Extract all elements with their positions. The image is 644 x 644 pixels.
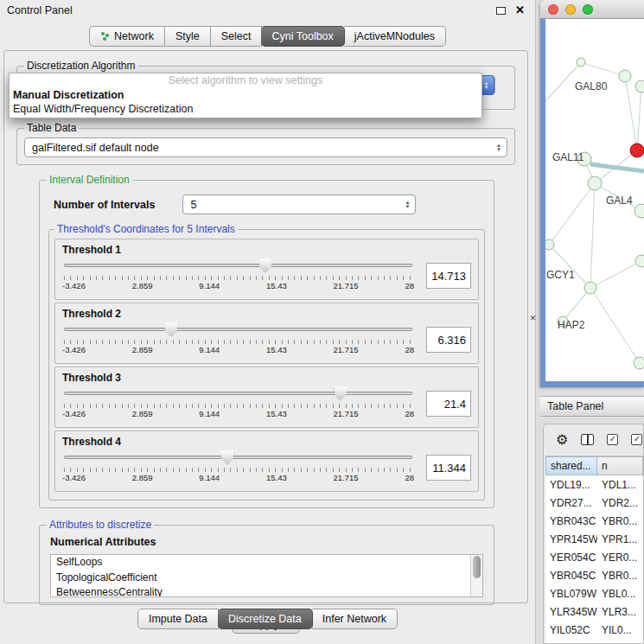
network-node[interactable] bbox=[635, 255, 644, 267]
attribute-list-item[interactable]: BetweennessCentrality bbox=[51, 585, 482, 597]
tab-select[interactable]: Select bbox=[211, 26, 263, 47]
close-icon[interactable]: ✕ bbox=[515, 5, 525, 16]
tab-impute-data[interactable]: Impute Data bbox=[137, 609, 219, 629]
table-row[interactable]: YDR27...YDR2... bbox=[545, 494, 643, 512]
combobox-stepper-icon[interactable]: ▲▼ bbox=[496, 138, 501, 156]
tab-jactivemnodules[interactable]: jActiveMNodules bbox=[344, 26, 446, 47]
network-graph[interactable]: GAL80GAL11GAL4GCY1HAP2 bbox=[545, 19, 644, 381]
scrollbar-thumb[interactable] bbox=[473, 556, 481, 578]
float-window-icon[interactable] bbox=[496, 7, 506, 15]
table-row[interactable]: YBR043CYBR0... bbox=[545, 512, 643, 530]
network-edge[interactable] bbox=[590, 261, 641, 288]
gear-icon[interactable]: ⚙ bbox=[556, 431, 568, 448]
table-panel-card: ⚙ ✓ ✓ shared...n YDL19...YDL1...YDR27...… bbox=[543, 424, 644, 644]
algorithm-option[interactable]: Equal Width/Frequency Discretization bbox=[10, 102, 481, 116]
slider-ticks bbox=[64, 468, 412, 472]
tab-cyni-toolbox[interactable]: Cyni Toolbox bbox=[261, 26, 344, 47]
network-edge[interactable] bbox=[637, 86, 641, 150]
thresholds-group: Threshold's Coordinates for 5 Intervals … bbox=[48, 223, 485, 501]
tab-discretize-data[interactable]: Discretize Data bbox=[218, 609, 313, 629]
scale-label: 28 bbox=[405, 409, 414, 418]
table-row[interactable]: YBL079WYBL0... bbox=[545, 584, 643, 603]
table-cell: YER0... bbox=[597, 548, 643, 566]
slider-thumb[interactable] bbox=[335, 386, 347, 401]
table-row[interactable]: YIL052CYIL0... bbox=[545, 621, 643, 639]
select-all-icon[interactable]: ✓ bbox=[607, 434, 618, 445]
scale-label: 28 bbox=[405, 281, 414, 290]
network-node[interactable] bbox=[584, 282, 596, 294]
threshold-slider[interactable]: -3.4262.8599.14415.4321.71528 bbox=[62, 450, 414, 486]
minimize-traffic-light-icon[interactable] bbox=[565, 4, 576, 15]
slider-thumb[interactable] bbox=[221, 450, 233, 465]
column-header[interactable]: n bbox=[597, 456, 643, 475]
threshold-slider[interactable]: -3.4262.8599.14415.4321.71528 bbox=[62, 258, 414, 294]
network-node-label: HAP2 bbox=[558, 319, 585, 331]
table-cell: YLR3... bbox=[597, 603, 643, 621]
splitter-grip[interactable]: ✕ bbox=[528, 313, 538, 323]
network-edge[interactable] bbox=[563, 288, 590, 322]
table-row[interactable]: YPR145WYPR1... bbox=[545, 530, 643, 548]
algorithm-option[interactable]: Manual Discretization bbox=[10, 88, 481, 102]
table-row[interactable]: YDL19...YDL1... bbox=[545, 475, 643, 494]
threshold-value-field[interactable]: 21.4 bbox=[426, 391, 471, 417]
network-node[interactable] bbox=[634, 204, 644, 218]
threshold-value-field[interactable]: 11.344 bbox=[426, 455, 471, 481]
zoom-traffic-light-icon[interactable] bbox=[583, 4, 593, 15]
tab-style[interactable]: Style bbox=[165, 26, 211, 47]
table-data-combobox[interactable]: galFiltered.sif default node ▲▼ bbox=[24, 137, 507, 157]
tab-label: Discretize Data bbox=[228, 613, 302, 625]
network-node[interactable] bbox=[630, 143, 644, 157]
network-edge[interactable] bbox=[590, 183, 595, 288]
table-row[interactable]: YER054CYER0... bbox=[545, 548, 643, 566]
threshold-value-field[interactable]: 14.713 bbox=[426, 263, 471, 289]
scale-label: 2.859 bbox=[132, 281, 153, 290]
threshold-panel: Threshold 2-3.4262.8599.14415.4321.71528… bbox=[54, 303, 479, 364]
network-canvas[interactable]: GAL80GAL11GAL4GCY1HAP2 bbox=[540, 19, 644, 387]
number-of-intervals-value: 5 bbox=[190, 199, 196, 211]
numerical-attributes-list[interactable]: SelfLoopsTopologicalCoefficientBetweenne… bbox=[50, 554, 483, 597]
network-node[interactable] bbox=[634, 357, 644, 369]
network-node[interactable] bbox=[545, 239, 554, 250]
scale-label: 9.144 bbox=[199, 473, 220, 482]
slider-scale: -3.4262.8599.14415.4321.71528 bbox=[62, 409, 414, 418]
table-panel-header[interactable]: Table Panel bbox=[540, 396, 644, 417]
dropdown-placeholder[interactable]: Select algorithm to view settings bbox=[10, 73, 481, 88]
column-header[interactable]: shared... bbox=[545, 456, 597, 475]
network-node[interactable] bbox=[588, 176, 602, 190]
group-title: Threshold's Coordinates for 5 Intervals bbox=[54, 223, 238, 235]
slider-thumb[interactable] bbox=[165, 322, 177, 337]
network-node[interactable] bbox=[577, 58, 585, 67]
network-edge[interactable] bbox=[590, 288, 640, 363]
network-node[interactable] bbox=[619, 70, 631, 82]
scale-label: 28 bbox=[405, 473, 414, 482]
tab-label: jActiveMNodules bbox=[354, 30, 435, 42]
number-of-intervals-combobox[interactable]: 5 ▲▼ bbox=[182, 194, 416, 214]
network-edge[interactable] bbox=[549, 183, 595, 245]
node-table: shared...n YDL19...YDL1...YDR27...YDR2..… bbox=[545, 456, 643, 643]
deselect-all-icon[interactable]: ✓ bbox=[631, 434, 642, 445]
network-window-titlebar[interactable] bbox=[540, 0, 644, 19]
table-cell: YDL1... bbox=[597, 475, 643, 494]
slider-thumb[interactable] bbox=[259, 258, 271, 273]
tab-network[interactable]: Network bbox=[89, 26, 165, 47]
close-traffic-light-icon[interactable] bbox=[548, 4, 558, 15]
threshold-slider[interactable]: -3.4262.8599.14415.4321.71528 bbox=[62, 386, 414, 422]
columns-icon[interactable] bbox=[581, 434, 594, 445]
threshold-value-field[interactable]: 6.316 bbox=[426, 327, 471, 353]
attribute-list-item[interactable]: TopologicalCoefficient bbox=[51, 571, 482, 586]
network-edge[interactable] bbox=[581, 62, 625, 76]
threshold-label: Threshold 1 bbox=[62, 244, 471, 256]
network-edge[interactable] bbox=[549, 245, 590, 288]
slider-ticks bbox=[64, 404, 412, 408]
table-row[interactable]: YBR045CYBR0... bbox=[545, 566, 643, 584]
table-cell: YPR145W bbox=[545, 530, 597, 548]
network-node[interactable] bbox=[635, 80, 644, 92]
attribute-list-item[interactable]: SelfLoops bbox=[51, 555, 482, 571]
threshold-slider[interactable]: -3.4262.8599.14415.4321.71528 bbox=[62, 322, 414, 358]
list-scrollbar[interactable] bbox=[470, 555, 482, 596]
slider-track bbox=[64, 264, 412, 267]
tab-infer-network[interactable]: Infer Network bbox=[312, 609, 398, 629]
network-node-label: GCY1 bbox=[546, 269, 575, 281]
table-row[interactable]: YLR345WYLR3... bbox=[545, 603, 643, 621]
combobox-stepper-icon[interactable]: ▲▼ bbox=[405, 195, 410, 214]
